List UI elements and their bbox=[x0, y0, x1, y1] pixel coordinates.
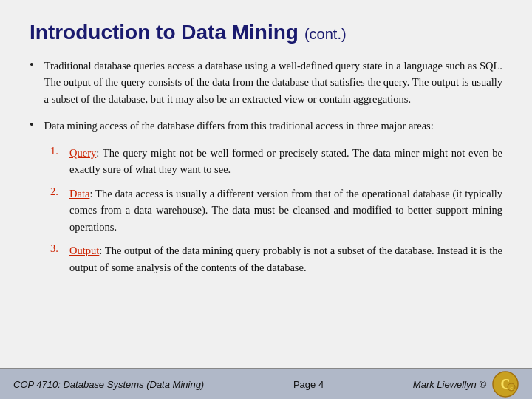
bullet-dot-1: • bbox=[30, 58, 34, 72]
bullet-text-1: Traditional database queries access a da… bbox=[44, 58, 502, 107]
bullet-text-2: Data mining access of the database diffe… bbox=[44, 117, 434, 134]
title-row: Introduction to Data Mining (cont.) bbox=[30, 21, 502, 44]
number-body-2: The data access is usually a different v… bbox=[69, 188, 502, 233]
bullet-item-1: • Traditional database queries access a … bbox=[30, 58, 502, 107]
footer: COP 4710: Database Systems (Data Mining)… bbox=[0, 368, 532, 399]
number-label-1: 1. bbox=[50, 145, 62, 157]
numbered-item-1: 1. Query: The query might not be well fo… bbox=[50, 145, 502, 178]
number-text-3: Output: The output of the data mining qu… bbox=[69, 242, 502, 276]
footer-center: Page 4 bbox=[293, 379, 324, 390]
keyword-3: Output bbox=[69, 245, 99, 256]
numbered-list: 1. Query: The query might not be well fo… bbox=[50, 145, 502, 276]
slide: Introduction to Data Mining (cont.) • Tr… bbox=[0, 0, 532, 399]
keyword-2: Data bbox=[69, 188, 89, 200]
number-body-3: The output of the data mining query prob… bbox=[69, 245, 502, 273]
numbered-item-3: 3. Output: The output of the data mining… bbox=[50, 242, 502, 276]
slide-title: Introduction to Data Mining bbox=[30, 21, 299, 44]
number-text-2: Data: The data access is usually a diffe… bbox=[69, 185, 502, 235]
bullet-item-2: • Data mining access of the database dif… bbox=[30, 117, 502, 134]
bullet-dot-2: • bbox=[30, 118, 34, 132]
keyword-1: Query bbox=[69, 147, 96, 159]
logo-icon: C c bbox=[492, 371, 519, 398]
number-text-1: Query: The query might not be well forme… bbox=[69, 145, 502, 178]
slide-content: Introduction to Data Mining (cont.) • Tr… bbox=[0, 0, 532, 368]
footer-right: Mark Liewellyn © C c bbox=[413, 371, 519, 398]
number-body-1: The query might not be well formed or pr… bbox=[69, 147, 502, 175]
slide-title-cont: (cont.) bbox=[304, 26, 347, 43]
footer-right-text: Mark Liewellyn © bbox=[413, 379, 486, 390]
numbered-item-2: 2. Data: The data access is usually a di… bbox=[50, 185, 502, 235]
number-label-3: 3. bbox=[50, 242, 62, 255]
svg-text:c: c bbox=[510, 385, 513, 392]
footer-left: COP 4710: Database Systems (Data Mining) bbox=[13, 379, 204, 390]
number-label-2: 2. bbox=[50, 185, 62, 198]
